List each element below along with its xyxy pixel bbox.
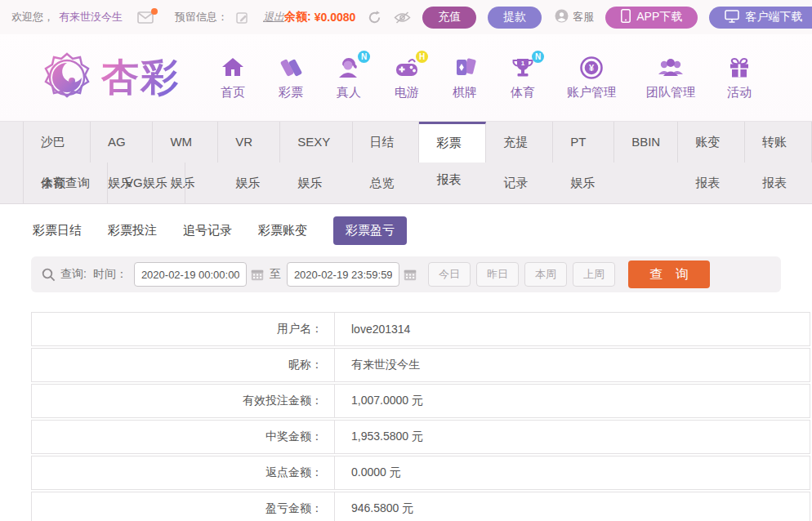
search-icon [42,268,56,282]
customer-service-link[interactable]: 客服 [555,9,594,25]
to-label: 至 [270,267,281,282]
brand-logo[interactable]: 杏彩 [41,51,180,104]
customer-service-label: 客服 [573,10,594,24]
subtab-chase-records[interactable]: 追号记录 [183,216,232,245]
calendar-icon[interactable] [251,269,264,281]
app-download-button[interactable]: APP下载 [605,7,698,29]
subtab-lottery-daily[interactable]: 彩票日结 [33,216,82,245]
brand-name: 杏彩 [101,52,180,103]
withdraw-button[interactable]: 提款 [488,7,542,29]
yesterday-button[interactable]: 昨日 [476,262,519,287]
edit-icon[interactable] [236,11,248,24]
row-value: 1,007.0000 元 [335,384,810,418]
tab-bbin[interactable]: BBIN [614,122,678,163]
nav-item-live[interactable]: N 真人 [335,55,363,100]
nav-item-cards[interactable]: 棋牌 [451,55,479,100]
tab-account-change[interactable]: 账变报表 [678,122,745,163]
tab-vg[interactable]: VG娱乐 [108,163,185,203]
coin-icon: ¥ [578,55,605,81]
calendar-icon[interactable] [404,269,417,281]
row-value: love201314 [335,312,810,346]
row-label: 盈亏金额： [31,492,335,521]
tab-deposit-withdraw[interactable]: 充提记录 [486,122,553,163]
table-row: 盈亏金额： 946.5800 元 [31,492,810,521]
tab-transfer-report[interactable]: 转账报表 [745,122,812,163]
tab-shaba-sports[interactable]: 沙巴体育 [23,122,91,163]
query-bar: 查询: 时间： 至 今日 昨日 本周 上周 查 询 [31,256,781,292]
tab-lottery-report[interactable]: 彩票报表 [419,122,486,163]
row-value: 1,953.5800 元 [335,420,810,454]
unread-dot [151,8,158,15]
row-label: 昵称： [31,348,335,382]
recharge-button[interactable]: 充值 [422,7,476,29]
table-row: 中奖金额： 1,953.5800 元 [31,420,810,454]
date-from-input[interactable] [134,262,247,287]
balance-value: ¥0.0080 [315,11,356,24]
live-casino-icon: N [335,55,363,81]
tab-pt[interactable]: PT娱乐 [553,122,614,163]
tab-row-1: 沙巴体育 AG娱乐 WM娱乐 VR娱乐 SEXY娱乐 日结总览 彩票报表 充提记… [23,122,812,163]
welcome-text: 欢迎您， [11,10,54,24]
main-nav-band: 杏彩 首页 彩票 N 真人 H 电游 [0,34,812,121]
row-value: 0.0000 元 [335,456,810,490]
username-text: 有来世没今生 [59,10,123,24]
svg-text:¥: ¥ [589,63,595,73]
tab-balance-query[interactable]: 余额查询 [23,163,108,203]
lottery-subtabs: 彩票日结 彩票投注 追号记录 彩票账变 彩票盈亏 [0,204,812,253]
subtab-lottery-account-change[interactable]: 彩票账变 [258,216,307,245]
gift-icon [725,55,753,81]
subtab-lottery-profit-loss[interactable]: 彩票盈亏 [333,216,407,245]
row-value: 946.5800 元 [335,492,810,521]
row-value: 有来世没今生 [335,348,810,382]
phone-icon [621,9,631,25]
time-label: 时间： [93,267,127,282]
reserved-info-label: 预留信息： [175,10,228,24]
nav-item-home[interactable]: 首页 [219,55,247,100]
query-submit-button[interactable]: 查 询 [628,260,710,288]
app-download-label: APP下载 [636,10,682,24]
nav-item-sports[interactable]: 1 N 体育 [509,55,537,100]
logout-link[interactable]: 退出 [263,10,284,24]
team-icon [657,55,685,81]
badge-h: H [416,51,428,63]
this-week-button[interactable]: 本周 [524,262,567,287]
nav-item-egames[interactable]: H 电游 [393,55,421,100]
table-row: 用户名： love201314 [31,312,810,346]
svg-text:1: 1 [521,60,525,67]
main-nav: 首页 彩票 N 真人 H 电游 棋牌 [219,55,753,100]
badge-n: N [532,51,544,63]
home-icon [219,55,247,81]
tab-vr[interactable]: VR娱乐 [218,122,280,163]
today-button[interactable]: 今日 [428,262,471,287]
hide-balance-icon[interactable] [394,11,411,24]
refresh-icon[interactable] [367,10,382,25]
table-row: 返点金额： 0.0000 元 [31,456,810,490]
tab-daily-summary[interactable]: 日结总览 [353,122,420,163]
nav-item-team[interactable]: 团队管理 [646,55,695,100]
last-week-button[interactable]: 上周 [573,262,615,287]
nav-item-activity[interactable]: 活动 [725,55,753,100]
profit-loss-table: 用户名： love201314 昵称： 有来世没今生 有效投注金额： 1,007… [31,310,810,521]
client-download-button[interactable]: 客户端下载 [709,7,812,29]
cards-icon [451,55,479,81]
trophy-icon: 1 N [509,55,537,81]
lottery-icon [277,55,305,81]
tab-sexy[interactable]: SEXY娱乐 [280,122,352,163]
brand-emblem-icon [41,51,93,104]
nav-item-account[interactable]: ¥ 账户管理 [567,55,616,100]
table-row: 有效投注金额： 1,007.0000 元 [31,384,810,418]
tab-ag[interactable]: AG娱乐 [91,122,154,163]
tab-row-2: 余额查询 VG娱乐 [23,163,812,203]
row-label: 中奖金额： [31,420,335,454]
mail-icon[interactable] [137,11,154,24]
tab-wm[interactable]: WM娱乐 [153,122,218,163]
table-row: 昵称： 有来世没今生 [31,348,810,382]
row-label: 用户名： [31,312,335,346]
date-to-input[interactable] [287,262,399,287]
top-utility-bar: 欢迎您， 有来世没今生 预留信息： 退出 余额: ¥0.0080 充值 提款 客… [0,0,812,34]
gamepad-icon: H [393,55,421,81]
nav-item-lottery[interactable]: 彩票 [277,55,305,100]
headset-icon [555,9,569,25]
subtab-lottery-bets[interactable]: 彩票投注 [108,216,157,245]
row-label: 有效投注金额： [31,384,335,418]
